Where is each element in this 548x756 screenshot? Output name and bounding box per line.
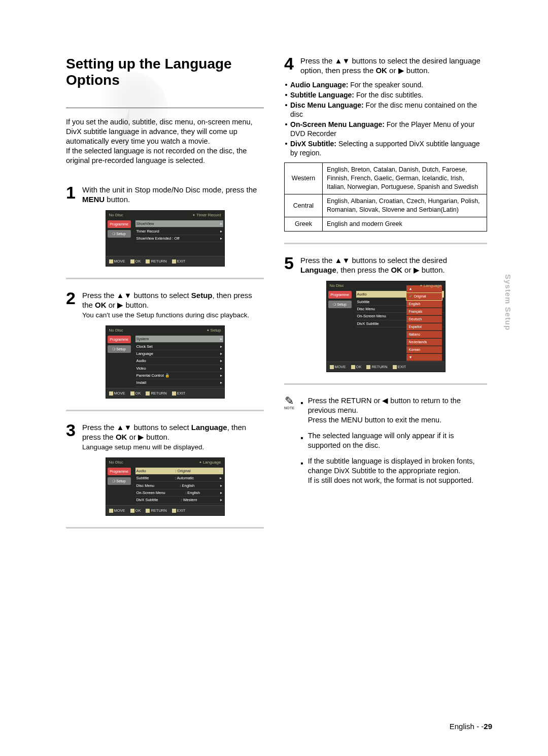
osd-screen-2: No DiscSetup Programme Setup System▸ Clo… xyxy=(106,325,225,399)
osd-screen-5: No DiscLanguage Programme Setup Audio Su… xyxy=(326,281,446,372)
note-item: Press the RETURN or ◀ button to return t… xyxy=(301,396,487,425)
step-4-bullets: Audio Language: For the speaker sound. S… xyxy=(284,80,487,157)
step-1-number: 1 xyxy=(66,185,78,204)
section-sidelabel: System Setup xyxy=(504,274,512,331)
note-icon: ✎ NOTE xyxy=(284,396,295,491)
step-2: 2 Press the ▲▼ buttons to select Setup, … xyxy=(66,290,264,319)
step-5: 5 Press the ▲▼ buttons to select the des… xyxy=(284,255,487,275)
page-footer: English -29 xyxy=(450,722,492,731)
step-separator xyxy=(66,278,264,279)
page-title: Setting up the Language Options xyxy=(66,56,264,88)
step-4: 4 Press the ▲▼ buttons to select the des… xyxy=(284,56,487,75)
table-row: Central English, Albanian, Croatian, Cze… xyxy=(285,194,487,217)
step-1-body: With the unit in Stop mode/No Disc mode,… xyxy=(82,185,264,204)
language-region-table: Western English, Breton, Catalan, Danish… xyxy=(284,162,487,232)
osd1-side-programme: Programme xyxy=(108,220,131,228)
note-item: If the subtitle language is displayed in… xyxy=(301,456,487,485)
note-block: ✎ NOTE Press the RETURN or ◀ button to r… xyxy=(284,396,487,491)
title-text: Setting up the Language Options xyxy=(66,56,264,88)
osd1-side-setup: Setup xyxy=(108,230,131,238)
osd-screen-3: No DiscLanguage Programme Setup Audio: O… xyxy=(106,457,225,516)
table-row: Greek English and modern Greek xyxy=(285,217,487,232)
note-item: The selected language will only appear i… xyxy=(301,431,487,450)
step-1: 1 With the unit in Stop mode/No Disc mod… xyxy=(66,185,264,204)
osd-screen-1: No DiscTimer Record Programme Setup Show… xyxy=(106,210,225,267)
step-3: 3 Press the ▲▼ buttons to select Languag… xyxy=(66,422,264,451)
table-row: Western English, Breton, Catalan, Danish… xyxy=(285,163,487,194)
